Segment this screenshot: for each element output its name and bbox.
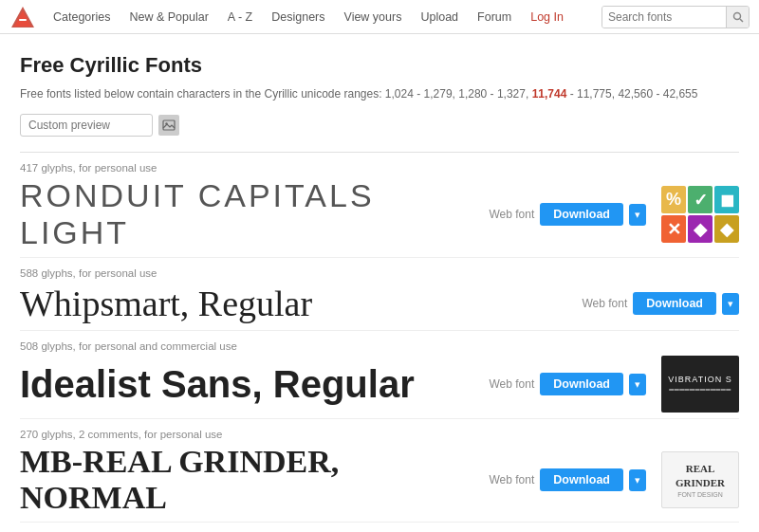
font-row: 313 glyphs, for personal use Web font Do…	[20, 523, 739, 532]
thumb-cell: ◆	[688, 215, 713, 243]
download-caret-button[interactable]: ▾	[629, 374, 646, 395]
font-actions: Web font Download ▾	[530, 292, 739, 315]
font-actions: Web font Download ▾ REALGRINDER FONT DES…	[489, 451, 739, 508]
font-sample-text: Whipsmart, Regular	[20, 284, 312, 323]
font-name: MB-REAL GRINDER, NORMAL	[20, 444, 489, 516]
web-font-label: Web font	[489, 473, 534, 486]
font-thumbnail: VIBRATION S════════════	[661, 356, 739, 413]
font-meta: 588 glyphs, for personal use	[20, 267, 739, 279]
site-logo[interactable]	[9, 4, 36, 30]
font-name: Idealist Sans, Regular	[20, 363, 489, 406]
download-caret-button[interactable]: ▾	[629, 469, 646, 491]
font-row: 508 glyphs, for personal and commercial …	[20, 331, 739, 419]
font-display-area: Whipsmart, Regular Web font Download ▾	[20, 283, 739, 324]
download-caret-button[interactable]: ▾	[629, 204, 646, 226]
web-font-label: Web font	[582, 297, 627, 310]
search-button[interactable]	[726, 7, 749, 28]
page-subtitle: Free fonts listed below contain characte…	[20, 85, 739, 102]
svg-rect-2	[19, 19, 27, 21]
thumb-cell: ◆	[714, 215, 739, 243]
font-meta: 417 glyphs, for personal use	[20, 162, 739, 174]
font-meta: 270 glyphs, 2 comments, for personal use	[20, 429, 739, 440]
web-font-label: Web font	[489, 377, 534, 391]
thumb-cell: ✕	[661, 215, 686, 243]
nav-designers[interactable]: Designers	[264, 10, 332, 24]
download-button[interactable]: Download	[633, 292, 716, 315]
font-thumbnail: % ✓ ◼ ✕ ◆ ◆	[661, 186, 739, 243]
download-button[interactable]: Download	[540, 203, 623, 226]
nav-view-yours[interactable]: View yours	[337, 10, 410, 24]
nav-a-z[interactable]: A - Z	[220, 10, 260, 24]
preview-bar	[20, 114, 739, 137]
font-row: 270 glyphs, 2 comments, for personal use…	[20, 419, 739, 523]
svg-point-3	[733, 12, 740, 19]
navbar: Categories New & Popular A - Z Designers…	[0, 0, 759, 34]
preview-icon-button[interactable]	[158, 115, 179, 136]
download-button[interactable]: Download	[540, 468, 623, 491]
thumb-subtext: FONT DESIGN	[677, 491, 723, 498]
font-sample-text: RONDUIT CAPITALS LIGHT	[20, 177, 375, 250]
thumb-text: REALGRINDER	[676, 462, 725, 489]
nav-forum[interactable]: Forum	[470, 10, 519, 24]
page-title: Free Cyrillic Fonts	[20, 53, 739, 78]
nav-upload[interactable]: Upload	[413, 10, 466, 24]
search-input[interactable]	[602, 7, 726, 28]
nav-categories[interactable]: Categories	[46, 10, 118, 24]
preview-input[interactable]	[20, 114, 153, 137]
download-caret-button[interactable]: ▾	[722, 293, 739, 315]
font-row: 588 glyphs, for personal use Whipsmart, …	[20, 258, 739, 331]
font-row: 417 glyphs, for personal use RONDUIT CAP…	[20, 153, 739, 258]
thumb-cell: ✓	[688, 186, 713, 213]
thumb-cell: ◼	[714, 186, 739, 213]
nav-new-popular[interactable]: New & Popular	[121, 10, 215, 24]
font-display-area: Idealist Sans, Regular Web font Download…	[20, 356, 739, 413]
font-thumbnail: REALGRINDER FONT DESIGN	[661, 451, 739, 508]
font-name: RONDUIT CAPITALS LIGHT	[20, 177, 489, 251]
svg-rect-5	[163, 120, 175, 130]
svg-line-4	[740, 19, 743, 22]
search-box	[602, 6, 750, 28]
thumb-cell: %	[661, 186, 686, 213]
font-actions: Web font Download ▾ % ✓ ◼ ✕ ◆ ◆	[489, 186, 739, 243]
download-button[interactable]: Download	[540, 373, 623, 395]
image-icon	[162, 119, 176, 132]
web-font-label: Web font	[489, 208, 534, 221]
search-icon	[732, 11, 744, 23]
font-name: Whipsmart, Regular	[20, 283, 530, 324]
font-sample-text: Idealist Sans, Regular	[20, 363, 415, 405]
font-sample-text: MB-REAL GRINDER, NORMAL	[20, 444, 339, 515]
main-content: Free Cyrillic Fonts Free fonts listed be…	[5, 34, 754, 532]
font-meta: 508 glyphs, for personal and commercial …	[20, 340, 739, 352]
font-actions: Web font Download ▾ VIBRATION S═════════…	[489, 356, 739, 413]
thumb-text: VIBRATION S════════════	[668, 375, 731, 394]
font-display-area: MB-REAL GRINDER, NORMAL Web font Downloa…	[20, 444, 739, 516]
nav-login[interactable]: Log In	[523, 10, 571, 24]
font-display-area: RONDUIT CAPITALS LIGHT Web font Download…	[20, 177, 739, 251]
